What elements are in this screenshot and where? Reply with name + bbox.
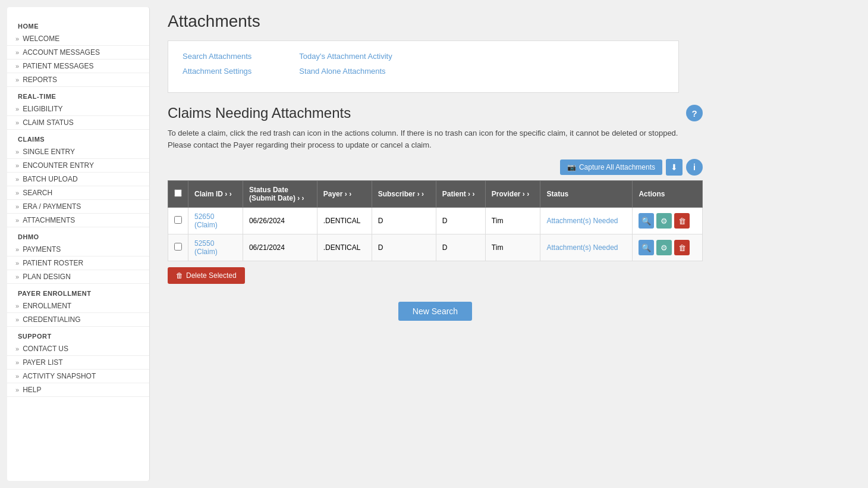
chevron-right-icon: » — [15, 217, 19, 224]
sidebar-item-reports[interactable]: »REPORTS — [7, 73, 149, 87]
table-row: 52650(Claim) 06/26/2024 .DENTICAL D D Ti… — [168, 208, 703, 234]
sidebar-item-patient-roster[interactable]: »PATIENT ROSTER — [7, 256, 149, 270]
sidebar-item-label: WELCOME — [23, 35, 59, 43]
sidebar-item-single-entry[interactable]: »SINGLE ENTRY — [7, 145, 149, 159]
sidebar-item-label: CONTACT US — [23, 345, 68, 353]
chevron-right-icon: » — [15, 49, 19, 56]
attachment-settings-link[interactable]: Attachment Settings — [183, 67, 251, 76]
claims-table: Claim ID › Status Date(Submit Date) › Pa… — [168, 180, 703, 261]
delete-action-button[interactable]: 🗑 — [674, 213, 690, 229]
delete-selected-button[interactable]: 🗑 Delete Selected — [168, 267, 245, 284]
info-icon[interactable]: i — [686, 159, 703, 176]
view-action-button[interactable]: 🔍 — [639, 240, 654, 255]
row-checkbox-1[interactable] — [174, 243, 182, 251]
status-date-header[interactable]: Status Date(Submit Date) › — [243, 181, 317, 208]
edit-action-button[interactable]: ⚙ — [656, 213, 672, 229]
stand-alone-attachments-link[interactable]: Stand Alone Attachments — [299, 67, 392, 76]
subscriber-cell: D — [372, 234, 436, 261]
sidebar-section-real-time: REAL-TIME — [7, 87, 149, 102]
table-header-row: Claim ID › Status Date(Submit Date) › Pa… — [168, 181, 703, 208]
chevron-right-icon: » — [15, 359, 19, 366]
sidebar-item-label: ACTIVITY SNAPSHOT — [23, 372, 96, 380]
sidebar-item-label: ELIGIBILITY — [23, 105, 62, 113]
claims-section-title: Claims Needing Attachments — [168, 105, 351, 121]
quick-links-box: Search Attachments Attachment Settings T… — [168, 40, 679, 93]
view-action-button[interactable]: 🔍 — [639, 213, 654, 229]
sidebar-item-plan-design[interactable]: »PLAN DESIGN — [7, 270, 149, 284]
sidebar-item-label: ACCOUNT MESSAGES — [23, 48, 100, 57]
sidebar-item-label: PLAN DESIGN — [23, 273, 71, 281]
chevron-right-icon: » — [15, 373, 19, 380]
provider-cell: Tim — [485, 208, 540, 234]
sidebar-item-welcome[interactable]: »WELCOME — [7, 32, 149, 46]
claim-id-link[interactable]: 52650(Claim) — [194, 212, 218, 229]
sidebar-item-contact-us[interactable]: »CONTACT US — [7, 342, 149, 356]
actions-cell: 🔍 ⚙ 🗑 — [633, 208, 703, 234]
sidebar-item-enrollment[interactable]: »ENROLLMENT — [7, 299, 149, 313]
new-search-button[interactable]: New Search — [398, 302, 472, 321]
sidebar-item-label: CLAIM STATUS — [23, 118, 74, 127]
sidebar-item-search[interactable]: »SEARCH — [7, 186, 149, 200]
sidebar-section-dhmo: DHMO — [7, 227, 149, 243]
capture-all-button[interactable]: 📷 Capture All Attachments — [560, 159, 662, 175]
main-content: Attachments Search Attachments Attachmen… — [150, 0, 868, 488]
status-header: Status — [540, 181, 633, 208]
patient-cell: D — [436, 208, 485, 234]
sidebar-item-label: REPORTS — [23, 76, 57, 84]
actions-cell: 🔍 ⚙ 🗑 — [633, 234, 703, 261]
payer-cell: .DENTICAL — [317, 208, 372, 234]
chevron-right-icon: » — [15, 105, 19, 112]
trash-icon: 🗑 — [176, 271, 183, 280]
sidebar-item-batch-upload[interactable]: »BATCH UPLOAD — [7, 173, 149, 186]
subscriber-header[interactable]: Subscriber › — [372, 181, 436, 208]
chevron-right-icon: » — [15, 203, 19, 210]
sidebar-section-support: SUPPORT — [7, 327, 149, 342]
download-button[interactable]: ⬇ — [666, 159, 683, 176]
sidebar-item-activity-snapshot[interactable]: »ACTIVITY SNAPSHOT — [7, 370, 149, 383]
chevron-right-icon: » — [15, 76, 19, 83]
provider-header[interactable]: Provider › — [485, 181, 540, 208]
chevron-right-icon: » — [15, 35, 19, 42]
chevron-right-icon: » — [15, 302, 19, 309]
sidebar-item-label: PATIENT ROSTER — [23, 259, 83, 267]
chevron-right-icon: » — [15, 273, 19, 280]
chevron-right-icon: » — [15, 119, 19, 126]
provider-cell: Tim — [485, 234, 540, 261]
sidebar-item-patient-messages[interactable]: »PATIENT MESSAGES — [7, 60, 149, 73]
status-link[interactable]: Attachment(s) Needed — [546, 217, 618, 225]
sidebar-item-account-messages[interactable]: »ACCOUNT MESSAGES — [7, 46, 149, 60]
status-date-cell: 06/21/2024 — [243, 234, 317, 261]
payer-header[interactable]: Payer › — [317, 181, 372, 208]
row-checkbox-cell — [168, 234, 188, 261]
claims-description: To delete a claim, click the red trash c… — [168, 127, 679, 151]
chevron-right-icon: » — [15, 176, 19, 183]
sidebar-item-attachments[interactable]: »ATTACHMENTS — [7, 214, 149, 227]
row-checkbox-0[interactable] — [174, 216, 182, 224]
patient-header[interactable]: Patient › — [436, 181, 485, 208]
edit-action-button[interactable]: ⚙ — [656, 240, 672, 255]
quick-links-col1: Search Attachments Attachment Settings — [183, 52, 251, 82]
sidebar-item-claim-status[interactable]: »CLAIM STATUS — [7, 116, 149, 130]
select-all-checkbox[interactable] — [174, 189, 182, 197]
search-attachments-link[interactable]: Search Attachments — [183, 52, 251, 61]
claim-id-link[interactable]: 52550(Claim) — [194, 239, 218, 256]
sidebar-item-help[interactable]: »HELP — [7, 383, 149, 397]
chevron-right-icon: » — [15, 62, 19, 70]
status-link[interactable]: Attachment(s) Needed — [546, 243, 618, 252]
sidebar-item-payments[interactable]: »PAYMENTS — [7, 243, 149, 256]
sidebar-item-encounter-entry[interactable]: »ENCOUNTER ENTRY — [7, 159, 149, 173]
subscriber-cell: D — [372, 208, 436, 234]
chevron-right-icon: » — [15, 189, 19, 196]
sidebar-item-credentialing[interactable]: »CREDENTIALING — [7, 313, 149, 327]
claims-toolbar: 📷 Capture All Attachments ⬇ i — [168, 159, 703, 176]
sidebar-item-era-payments[interactable]: »ERA / PAYMENTS — [7, 200, 149, 214]
sidebar-item-label: SEARCH — [23, 189, 52, 197]
page-title: Attachments — [168, 12, 850, 31]
claim-id-header[interactable]: Claim ID › — [188, 181, 243, 208]
sidebar-item-payer-list[interactable]: »PAYER LIST — [7, 356, 149, 370]
action-buttons: 🔍 ⚙ 🗑 — [639, 240, 696, 255]
help-icon[interactable]: ? — [686, 105, 703, 121]
todays-attachment-activity-link[interactable]: Today's Attachment Activity — [299, 52, 392, 61]
delete-action-button[interactable]: 🗑 — [674, 240, 690, 255]
sidebar-item-eligibility[interactable]: »ELIGIBILITY — [7, 102, 149, 116]
